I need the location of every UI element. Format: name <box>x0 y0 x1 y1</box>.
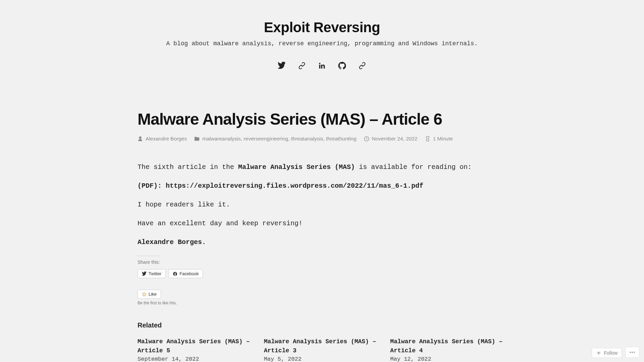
site-header: Exploit Reversing A blog about malware a… <box>117 0 527 70</box>
meta-author[interactable]: Alexandre Borges <box>146 136 187 142</box>
svg-point-3 <box>634 352 635 353</box>
share-block: Share this: Twitter Facebook <box>138 256 506 278</box>
article-meta: Alexandre Borges malwareanalysis, revers… <box>138 136 506 142</box>
like-button-label: Like <box>149 292 157 297</box>
related-section: Related Malware Analysis Series (MAS) – … <box>138 321 506 362</box>
body-p1-prefix: The sixth article in the <box>138 163 238 171</box>
site-tagline: A blog about malware analysis, reverse e… <box>117 40 527 47</box>
like-button[interactable]: Like <box>138 290 161 299</box>
plus-icon <box>596 350 601 356</box>
tag-link[interactable]: threathunting <box>326 136 357 141</box>
twitter-icon[interactable] <box>277 61 286 70</box>
tag-link[interactable]: malwareanalysis <box>202 136 241 141</box>
follow-button[interactable]: Follow <box>592 348 622 358</box>
meta-author-group: Alexandre Borges <box>138 136 187 142</box>
like-note: Be the first to like this. <box>138 301 506 305</box>
related-heading: Related <box>138 321 506 329</box>
article-title: Malware Analysis Series (MAS) – Article … <box>138 110 506 128</box>
follow-label: Follow <box>604 350 618 356</box>
related-item-title: Malware Analysis Series (MAS) – Article … <box>390 337 506 355</box>
link-icon[interactable] <box>358 61 367 70</box>
dots-icon <box>629 349 636 356</box>
related-item-date: May 12, 2022 <box>390 356 506 362</box>
more-button[interactable] <box>625 347 639 358</box>
share-twitter-button[interactable]: Twitter <box>138 269 166 278</box>
article-body: The sixth article in the Malware Analysi… <box>138 162 506 248</box>
folder-icon <box>194 136 200 141</box>
tag-link[interactable]: threatanalysis <box>291 136 323 141</box>
share-facebook-button[interactable]: Facebook <box>168 269 203 278</box>
body-p3: I hope readers like it. <box>138 199 506 210</box>
related-grid: Malware Analysis Series (MAS) – Article … <box>138 337 506 362</box>
related-item[interactable]: Malware Analysis Series (MAS) – Article … <box>264 337 380 362</box>
body-p1-bold: Malware Analysis Series (MAS) <box>238 163 355 171</box>
body-p4: Have an excellent day and keep reversing… <box>138 218 506 229</box>
tag-link[interactable]: reverseengineering <box>244 136 288 141</box>
facebook-icon <box>173 272 177 276</box>
signature-text: Alexandre Borges. <box>138 238 206 246</box>
meta-date-group: November 24, 2022 <box>364 136 418 142</box>
meta-tags-group: malwareanalysis, reverseengineering, thr… <box>194 136 356 142</box>
body-signature: Alexandre Borges. <box>138 237 506 248</box>
meta-readtime: 1 Minute <box>433 136 453 142</box>
meta-date[interactable]: November 24, 2022 <box>372 136 418 142</box>
link-icon[interactable] <box>297 61 307 70</box>
share-twitter-label: Twitter <box>149 271 161 276</box>
related-item-date: May 5, 2022 <box>264 356 380 362</box>
share-label: Share this: <box>138 256 160 265</box>
body-p1-suffix: is available for reading on: <box>355 163 472 171</box>
pdf-link[interactable]: https://exploitreversing.files.wordpress… <box>166 182 423 190</box>
article: Malware Analysis Series (MAS) – Article … <box>117 110 527 362</box>
twitter-icon <box>142 272 147 276</box>
hourglass-icon <box>425 136 430 141</box>
social-nav <box>117 61 527 70</box>
related-item-title: Malware Analysis Series (MAS) – Article … <box>264 337 380 355</box>
body-p1: The sixth article in the Malware Analysi… <box>138 162 506 173</box>
linkedin-icon[interactable] <box>317 61 327 70</box>
user-icon <box>138 136 143 141</box>
svg-point-1 <box>630 352 631 353</box>
share-facebook-label: Facebook <box>179 271 199 276</box>
body-p2-label: (PDF): <box>138 182 166 190</box>
clock-icon <box>364 136 369 141</box>
like-section: Like Be the first to like this. <box>138 290 506 305</box>
body-p2: (PDF): https://exploitreversing.files.wo… <box>138 181 506 191</box>
related-item-date: September 14, 2022 <box>138 356 254 362</box>
related-item-title: Malware Analysis Series (MAS) – Article … <box>138 337 254 355</box>
svg-point-2 <box>632 352 633 353</box>
meta-readtime-group: 1 Minute <box>425 136 453 142</box>
meta-tags: malwareanalysis, reverseengineering, thr… <box>202 136 356 142</box>
related-item[interactable]: Malware Analysis Series (MAS) – Article … <box>138 337 254 362</box>
related-item[interactable]: Malware Analysis Series (MAS) – Article … <box>390 337 506 362</box>
github-icon[interactable] <box>337 61 347 70</box>
share-buttons: Twitter Facebook <box>138 269 506 278</box>
site-title[interactable]: Exploit Reversing <box>117 19 527 36</box>
star-icon <box>142 292 147 297</box>
